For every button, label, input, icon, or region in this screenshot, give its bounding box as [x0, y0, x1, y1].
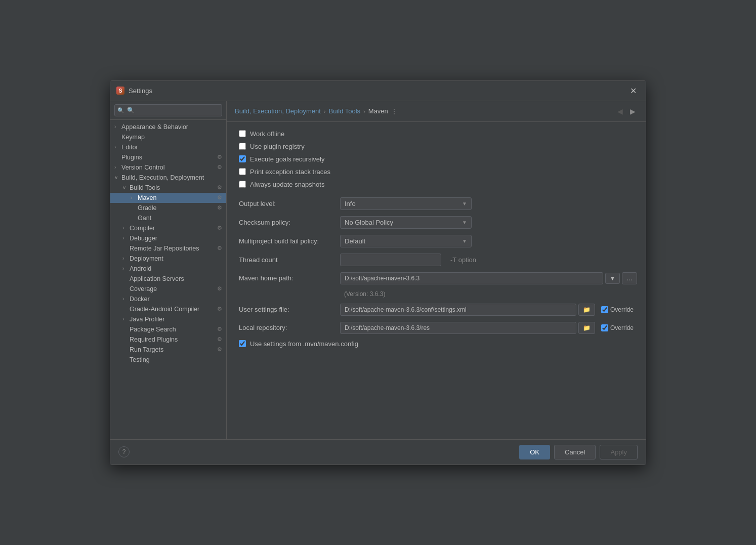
- breadcrumb-actions: ◀ ▶: [615, 106, 638, 116]
- title-bar-left: S Settings: [116, 87, 152, 95]
- sidebar-item-maven[interactable]: ›Maven⚙: [110, 193, 226, 203]
- sidebar-label-java-profiler: Java Profiler: [130, 316, 222, 323]
- nav-forward-button[interactable]: ▶: [628, 106, 638, 116]
- checkbox-execute-goals: Execute goals recursively: [239, 155, 634, 163]
- checksum-policy-selected: No Global Policy: [345, 219, 393, 226]
- settings-icon-plugins: ⚙: [217, 154, 222, 160]
- sidebar-item-debugger[interactable]: ›Debugger: [110, 233, 226, 243]
- sidebar-item-docker[interactable]: ›Docker: [110, 294, 226, 304]
- maven-home-input[interactable]: [340, 272, 603, 284]
- sidebar-item-appearance[interactable]: ›Appearance & Behavior: [110, 122, 226, 132]
- chevron-java-profiler: ›: [122, 316, 128, 322]
- settings-icon-gradle-android: ⚙: [217, 306, 222, 312]
- sidebar-item-gradle-android[interactable]: Gradle-Android Compiler⚙: [110, 304, 226, 314]
- maven-version-label: (Version: 3.6.3): [344, 290, 385, 298]
- thread-count-input[interactable]: [340, 254, 441, 266]
- dialog-footer: ? OK Cancel Apply: [110, 439, 646, 465]
- multiproject-fail-row: Multiproject build fail policy: Default …: [239, 235, 634, 247]
- settings-menu-icon[interactable]: ⋮: [391, 108, 397, 115]
- close-button[interactable]: ✕: [627, 85, 640, 97]
- sidebar-item-keymap[interactable]: Keymap: [110, 132, 226, 142]
- sidebar-item-version-control[interactable]: ›Version Control⚙: [110, 162, 226, 173]
- chevron-appearance: ›: [114, 124, 119, 130]
- sidebar-item-coverage[interactable]: Coverage⚙: [110, 284, 226, 294]
- sidebar-item-package-search[interactable]: Package Search⚙: [110, 324, 226, 334]
- sidebar-label-build-tools: Build Tools: [130, 184, 215, 191]
- breadcrumb-part2[interactable]: Build Tools: [328, 107, 360, 115]
- work-offline-checkbox[interactable]: [239, 130, 246, 137]
- sidebar-item-build-tools[interactable]: ∨Build Tools⚙: [110, 183, 226, 193]
- sidebar-label-version-control: Version Control: [121, 164, 215, 171]
- sidebar-item-compiler[interactable]: ›Compiler⚙: [110, 223, 226, 233]
- use-settings-checkbox[interactable]: [239, 340, 246, 347]
- nav-back-button[interactable]: ◀: [615, 106, 625, 116]
- sidebar-label-plugins: Plugins: [121, 154, 215, 161]
- user-settings-browse-btn[interactable]: 📁: [578, 304, 595, 316]
- chevron-version-control: ›: [114, 164, 119, 170]
- sidebar-item-gant[interactable]: Gant: [110, 213, 226, 223]
- local-repo-browse-btn[interactable]: 📁: [578, 322, 595, 334]
- sidebar-item-android[interactable]: ›Android: [110, 264, 226, 274]
- breadcrumb-part1[interactable]: Build, Execution, Deployment: [235, 107, 321, 115]
- app-icon: S: [116, 87, 124, 95]
- sidebar-item-java-profiler[interactable]: ›Java Profiler: [110, 314, 226, 324]
- sidebar-item-required-plugins[interactable]: Required Plugins⚙: [110, 334, 226, 345]
- search-input[interactable]: [114, 104, 222, 116]
- sidebar-label-testing: Testing: [130, 356, 222, 363]
- output-level-dropdown[interactable]: Info ▼: [340, 197, 472, 210]
- local-repo-input[interactable]: [340, 322, 576, 334]
- use-settings-row: Use settings from .mvn/maven.config: [239, 340, 634, 348]
- output-level-selected: Info: [345, 200, 356, 207]
- sidebar-item-gradle[interactable]: Gradle⚙: [110, 203, 226, 213]
- settings-icon-version-control: ⚙: [217, 164, 222, 171]
- settings-icon-package-search: ⚙: [217, 326, 222, 332]
- user-settings-input[interactable]: [340, 304, 576, 316]
- checkbox-always-update: Always update snapshots: [239, 181, 634, 188]
- user-settings-override-checkbox[interactable]: [601, 306, 608, 313]
- sidebar-item-remote-jar[interactable]: Remote Jar Repositories⚙: [110, 243, 226, 254]
- checksum-policy-label: Checksum policy:: [239, 219, 340, 226]
- cancel-button[interactable]: Cancel: [554, 445, 596, 459]
- multiproject-fail-dropdown[interactable]: Default ▼: [340, 235, 472, 247]
- checkbox-plugin-registry: Use plugin registry: [239, 143, 634, 150]
- checkbox-print-exception: Print exception stack traces: [239, 168, 634, 176]
- user-settings-value: 📁 Override: [340, 304, 634, 316]
- sidebar-label-debugger: Debugger: [130, 235, 222, 242]
- breadcrumb-sep1: ›: [324, 108, 326, 114]
- maven-home-path-row: ▼ …: [340, 272, 637, 284]
- user-settings-row: User settings file: 📁 Override: [239, 304, 634, 316]
- sidebar-item-build-exec-deploy[interactable]: ∨Build, Execution, Deployment: [110, 173, 226, 183]
- sidebar-item-run-targets[interactable]: Run Targets⚙: [110, 345, 226, 355]
- sidebar-label-remote-jar: Remote Jar Repositories: [130, 245, 215, 252]
- sidebar-label-compiler: Compiler: [130, 225, 215, 232]
- local-repo-override-checkbox[interactable]: [601, 324, 608, 331]
- local-repo-path-row: 📁 Override: [340, 322, 634, 334]
- local-repo-row: Local repository: 📁 Override: [239, 322, 634, 334]
- sidebar-item-app-servers[interactable]: Application Servers: [110, 274, 226, 284]
- print-exception-checkbox[interactable]: [239, 168, 246, 175]
- output-level-row: Output level: Info ▼: [239, 197, 634, 210]
- apply-button[interactable]: Apply: [600, 445, 638, 459]
- sidebar-item-editor[interactable]: ›Editor: [110, 142, 226, 152]
- checkbox-work-offline: Work offline: [239, 130, 634, 138]
- execute-goals-checkbox[interactable]: [239, 155, 246, 162]
- maven-home-browse-btn[interactable]: …: [622, 272, 637, 284]
- use-settings-label: Use settings from .mvn/maven.config: [250, 340, 358, 348]
- settings-icon-remote-jar: ⚙: [217, 245, 222, 251]
- sidebar-item-testing[interactable]: Testing: [110, 355, 226, 365]
- sidebar-label-gradle-android: Gradle-Android Compiler: [130, 306, 215, 313]
- content-panel: Build, Execution, Deployment › Build Too…: [227, 101, 646, 439]
- sidebar-label-appearance: Appearance & Behavior: [121, 123, 222, 131]
- maven-home-dropdown-btn[interactable]: ▼: [605, 273, 620, 284]
- user-settings-override-row: Override: [601, 306, 634, 313]
- help-button[interactable]: ?: [118, 446, 130, 457]
- sidebar-item-plugins[interactable]: Plugins⚙: [110, 152, 226, 162]
- plugin-registry-checkbox[interactable]: [239, 143, 246, 150]
- always-update-checkbox[interactable]: [239, 181, 246, 188]
- sidebar-item-deployment[interactable]: ›Deployment: [110, 254, 226, 264]
- search-wrapper: 🔍: [114, 104, 222, 116]
- ok-button[interactable]: OK: [519, 445, 550, 459]
- checksum-policy-row: Checksum policy: No Global Policy ▼: [239, 216, 634, 229]
- chevron-build-tools: ∨: [122, 185, 128, 190]
- checksum-policy-dropdown[interactable]: No Global Policy ▼: [340, 216, 472, 229]
